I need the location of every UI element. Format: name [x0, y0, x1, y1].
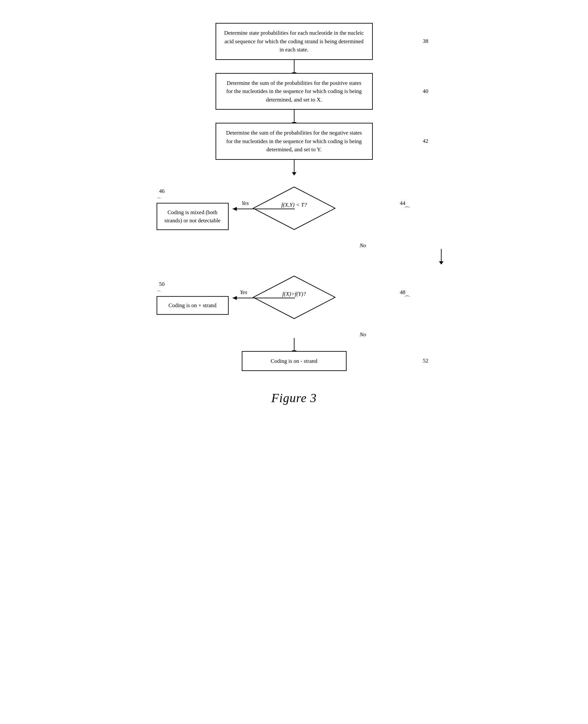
- ref-46-label: 46: [159, 188, 229, 194]
- diamond-44-svg: f(X,Y) < T?: [252, 185, 337, 231]
- svg-marker-7: [233, 296, 237, 300]
- arrow-38-40: [294, 60, 294, 73]
- diamond-48-svg: f(X)>f(Y)?: [252, 274, 337, 320]
- left-area-50: 50 ⌒ Coding is on + strand: [156, 281, 229, 315]
- box-52-text: Coding is on - strand: [271, 358, 317, 364]
- box-46: Coding is mixed (both strands) or not de…: [156, 203, 229, 230]
- figure-caption: Figure 3: [271, 391, 317, 405]
- svg-marker-4: [253, 276, 335, 319]
- box-38-text: Determine state probabilities for each n…: [224, 30, 364, 53]
- box-46-text: Coding is mixed (both strands) or not de…: [164, 209, 220, 223]
- svg-marker-3: [233, 207, 237, 211]
- svg-marker-0: [253, 187, 335, 230]
- diamond-44-wrapper: f(X,Y) < T?: [252, 185, 337, 233]
- arrow-48-52: [294, 338, 294, 351]
- arrow-42-44: [294, 160, 294, 173]
- arrow-40-42: [294, 110, 294, 123]
- box-40: Determine the sum of the probabilities f…: [215, 73, 373, 110]
- box-50-text: Coding is on + strand: [168, 302, 216, 308]
- curly-50: ⌒: [156, 290, 161, 296]
- ref-42: 42: [423, 138, 428, 144]
- ref-38: 38: [423, 38, 428, 45]
- curly-44: ⌒: [404, 205, 411, 214]
- yes-label-44: Yes: [242, 200, 249, 207]
- svg-text:f(X,Y) < T?: f(X,Y) < T?: [281, 202, 307, 208]
- curly-46: ⌒: [156, 197, 161, 203]
- box-50: Coding is on + strand: [156, 296, 229, 315]
- section-44: 46 ⌒ Coding is mixed (both strands) or n…: [147, 173, 442, 245]
- box-40-text: Determine the sum of the probabilities f…: [226, 80, 362, 103]
- curly-48: ⌒: [404, 294, 411, 303]
- section-48: 50 ⌒ Coding is on + strand Yes f(X)>f(Y)…: [147, 262, 442, 334]
- ref-40: 40: [423, 88, 428, 94]
- diamond-48-wrapper: f(X)>f(Y)?: [252, 274, 337, 322]
- left-area-46: 46 ⌒ Coding is mixed (both strands) or n…: [156, 188, 229, 230]
- box-42: Determine the sum of the probabilities f…: [215, 123, 373, 160]
- ref-52: 52: [423, 358, 428, 364]
- box-42-text: Determine the sum of the probabilities f…: [226, 130, 362, 153]
- row-52: Coding is on - strand 52: [180, 351, 409, 371]
- ref-50-label: 50: [159, 281, 229, 288]
- diagram-container: Determine state probabilities for each n…: [147, 13, 442, 405]
- svg-text:f(X)>f(Y)?: f(X)>f(Y)?: [282, 291, 306, 297]
- yes-label-48: Yes: [240, 289, 247, 296]
- row-38: Determine state probabilities for each n…: [180, 23, 409, 60]
- row-42: Determine the sum of the probabilities f…: [180, 123, 409, 160]
- box-38: Determine state probabilities for each n…: [215, 23, 373, 60]
- arrow-44-48: [441, 249, 442, 262]
- row-40: Determine the sum of the probabilities f…: [180, 73, 409, 110]
- box-52: Coding is on - strand: [242, 351, 346, 371]
